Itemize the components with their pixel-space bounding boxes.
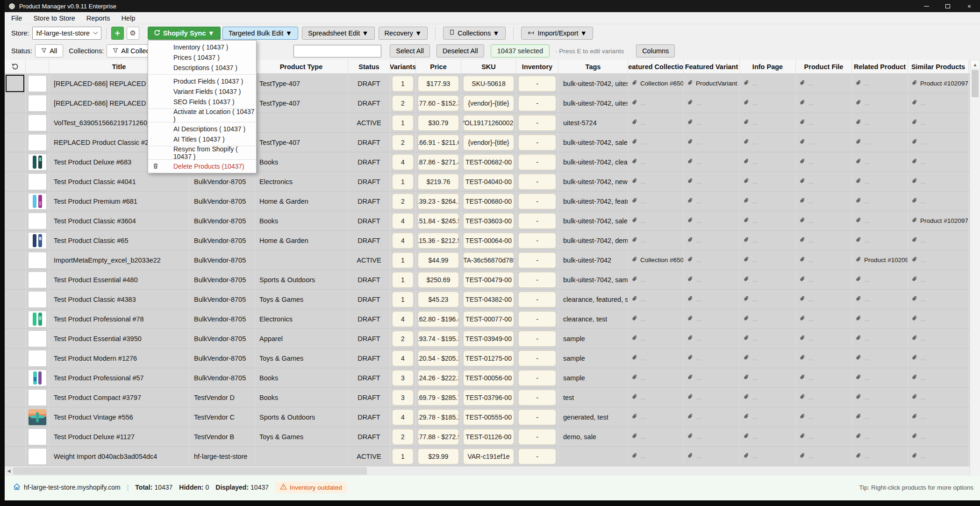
- editable-inventory-box[interactable]: -: [518, 350, 556, 366]
- editable-price-box[interactable]: $30.79: [418, 115, 459, 131]
- cell-feat_col[interactable]: …: [628, 231, 684, 250]
- cell-variants[interactable]: 4: [390, 231, 416, 250]
- product-thumbnail-empty[interactable]: [28, 428, 47, 445]
- cell-info_page[interactable]: …: [740, 290, 796, 309]
- editable-sku-box[interactable]: TEST-04382-00: [463, 292, 514, 307]
- product-thumbnail[interactable]: [28, 370, 47, 386]
- cell-price[interactable]: $169.79 - $285.77: [416, 388, 461, 407]
- cell-img[interactable]: [26, 250, 49, 270]
- cell-type[interactable]: [255, 250, 348, 270]
- bulk-menu-item[interactable]: AI Titles ( 10437 ): [148, 134, 256, 144]
- cell-img[interactable]: [26, 192, 49, 211]
- editable-variants-box[interactable]: 4: [392, 213, 414, 229]
- col-header-product_file[interactable]: Product File: [796, 60, 852, 73]
- cell-title[interactable]: Test Product Professional #57: [49, 368, 189, 387]
- cell-price[interactable]: $124.26 - $222.23: [416, 368, 461, 387]
- editable-variants-box[interactable]: 1: [392, 292, 414, 307]
- cell-status[interactable]: DRAFT: [348, 172, 390, 191]
- cell-type[interactable]: Books: [255, 211, 348, 230]
- cell-img[interactable]: [26, 427, 49, 446]
- editable-price-box[interactable]: $177.93: [418, 76, 459, 92]
- editable-variants-box[interactable]: 1: [392, 252, 414, 268]
- editable-price-box[interactable]: $162.80 - $196.46: [418, 311, 459, 327]
- editable-variants-box[interactable]: 2: [392, 331, 414, 347]
- cell-product_file[interactable]: …: [796, 290, 852, 309]
- editable-sku-box[interactable]: TEST-00479-00: [463, 272, 514, 288]
- cell-variants[interactable]: 4: [390, 349, 416, 368]
- cell-related[interactable]: …: [852, 211, 908, 230]
- cell-price[interactable]: $151.84 - $245.54: [416, 211, 461, 230]
- cell-tags[interactable]: bulk-uitest-7042, demo, fe: [558, 231, 628, 250]
- cell-related[interactable]: …: [852, 309, 908, 328]
- cell-info_page[interactable]: …: [740, 192, 796, 211]
- editable-inventory-box[interactable]: -: [518, 76, 556, 92]
- editable-price-box[interactable]: $177.88 - $272.95: [418, 429, 459, 445]
- cell-vendor[interactable]: BulkVendor-8705: [189, 270, 255, 289]
- bulk-menu-item[interactable]: Variant Fields ( 10437 ): [148, 86, 256, 97]
- cell-variants[interactable]: 1: [390, 172, 416, 191]
- vertical-scroll-thumb[interactable]: [972, 70, 979, 97]
- cell-info_page[interactable]: …: [740, 270, 796, 289]
- cell-sku[interactable]: SKU-50618: [461, 74, 516, 93]
- cell-status[interactable]: DRAFT: [348, 93, 390, 113]
- cell-type[interactable]: Electronics: [255, 309, 348, 328]
- cell-variants[interactable]: 1: [390, 74, 416, 93]
- cell-related[interactable]: …: [852, 133, 908, 152]
- cell-variants[interactable]: 4: [390, 407, 416, 427]
- cell-img[interactable]: [26, 172, 49, 191]
- cell-product_file[interactable]: …: [796, 349, 852, 368]
- cell-tags[interactable]: [558, 447, 628, 466]
- bulk-menu-item[interactable]: Product Fields ( 10437 ): [148, 76, 256, 86]
- product-thumbnail-empty[interactable]: [28, 291, 47, 308]
- cell-similar[interactable]: …: [908, 407, 969, 427]
- product-thumbnail-empty[interactable]: [28, 114, 47, 131]
- cell-type[interactable]: Books: [255, 368, 348, 387]
- cell-price[interactable]: $162.80 - $196.46: [416, 309, 461, 328]
- shopify-sync-button[interactable]: Shopify Sync ▼: [148, 27, 221, 40]
- cell-inventory[interactable]: -: [516, 74, 558, 93]
- cell-product_file[interactable]: …: [796, 270, 852, 289]
- store-select[interactable]: hf-large-test-store: [32, 27, 101, 40]
- product-thumbnail-empty[interactable]: [28, 271, 47, 288]
- cell-inventory[interactable]: -: [516, 192, 558, 211]
- cell-info_page[interactable]: …: [740, 211, 796, 230]
- table-row[interactable]: Test Product Modern #1276BulkVendor-8705…: [5, 349, 980, 368]
- editable-inventory-box[interactable]: -: [518, 429, 556, 445]
- cell-related[interactable]: …: [852, 447, 908, 466]
- cell-type[interactable]: Toys & Games: [255, 290, 348, 309]
- editable-inventory-box[interactable]: -: [518, 174, 556, 190]
- cell-related[interactable]: …: [852, 407, 908, 427]
- cell-sku[interactable]: TEST-03796-00: [461, 388, 516, 407]
- cell-tags[interactable]: sample: [558, 368, 628, 387]
- cell-img[interactable]: [26, 93, 49, 113]
- cell-info_page[interactable]: …: [740, 309, 796, 328]
- cell-feat_col[interactable]: …: [628, 447, 684, 466]
- cell-vendor[interactable]: BulkVendor-8705: [189, 172, 255, 191]
- col-header-type[interactable]: Product Type: [255, 60, 348, 73]
- cell-price[interactable]: $250.69: [416, 270, 461, 289]
- cell-feat_col[interactable]: …: [628, 407, 684, 427]
- table-row[interactable]: Test Product Professional #78BulkVendor-…: [5, 309, 980, 329]
- editable-price-box[interactable]: $219.76: [418, 174, 459, 190]
- cell-variants[interactable]: 4: [390, 211, 416, 230]
- cell-similar[interactable]: …: [908, 427, 969, 446]
- cell-feat_var[interactable]: …: [684, 368, 740, 387]
- product-thumbnail-empty[interactable]: [28, 350, 47, 367]
- cell-feat_var[interactable]: …: [684, 250, 740, 270]
- editable-inventory-box[interactable]: -: [518, 311, 556, 327]
- table-row[interactable]: ImportMetaEmpty_excel_b2033e22BulkVendor…: [5, 250, 980, 270]
- table-row[interactable]: Weight Import d040acb3ad054dc4hf-large-t…: [5, 447, 980, 466]
- cell-feat_var[interactable]: …: [684, 309, 740, 328]
- cell-feat_var[interactable]: ProductVariant #: [684, 74, 740, 93]
- cell-sku[interactable]: TEST-04382-00: [461, 290, 516, 309]
- cell-inventory[interactable]: -: [516, 172, 558, 191]
- cell-title[interactable]: Test Product Classic #4383: [49, 290, 189, 309]
- cell-feat_var[interactable]: …: [684, 93, 740, 113]
- cell-title[interactable]: Weight Import d040acb3ad054dc4: [49, 447, 189, 466]
- table-row[interactable]: Test Product Premium #681BulkVendor-8705…: [5, 192, 980, 211]
- deselect-all-button[interactable]: Deselect All: [436, 44, 484, 57]
- cell-price[interactable]: $166.91 - $211.67: [416, 133, 461, 152]
- cell-variants[interactable]: 2: [390, 133, 416, 152]
- cell-price[interactable]: $187.86 - $271.48: [416, 152, 461, 171]
- cell-vendor[interactable]: TestVendor C: [189, 407, 255, 427]
